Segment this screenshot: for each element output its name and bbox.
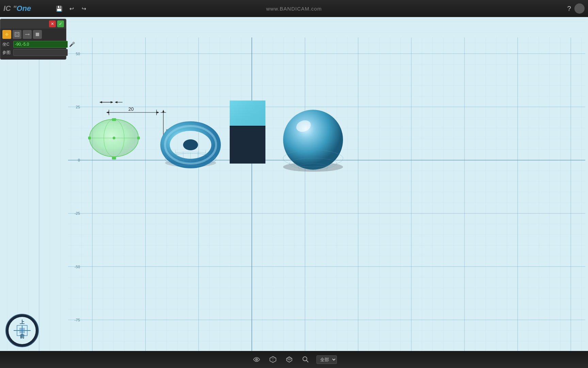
- filter-select-wrap: 全部 实体 曲面 曲线: [316, 355, 337, 364]
- coord-field: 坐C 🎤: [0, 40, 66, 48]
- shape-button[interactable]: [284, 354, 295, 365]
- svg-marker-31: [115, 101, 117, 103]
- svg-point-48: [283, 110, 343, 170]
- panel-tool-1[interactable]: [2, 30, 11, 39]
- coord-input[interactable]: [13, 41, 68, 48]
- sphere-object[interactable]: [279, 104, 347, 175]
- svg-rect-2: [15, 32, 19, 36]
- ref-input[interactable]: [13, 49, 68, 56]
- svg-marker-29: [111, 101, 113, 103]
- objects-container: 20 20: [0, 17, 588, 368]
- panel-ok-button[interactable]: ✓: [57, 20, 64, 27]
- panel-tool-3[interactable]: [23, 30, 32, 39]
- filter-select[interactable]: 全部 实体 曲面 曲线: [316, 355, 337, 364]
- search-button[interactable]: [300, 354, 311, 365]
- ref-field: 参图: [0, 48, 66, 57]
- ref-label: 参图: [2, 50, 12, 56]
- svg-marker-28: [99, 101, 102, 103]
- panel-toolbar: [0, 29, 66, 40]
- svg-rect-13: [88, 137, 91, 139]
- input-panel: ✕ ✓: [0, 19, 66, 60]
- svg-rect-3: [16, 33, 18, 35]
- svg-line-71: [307, 361, 309, 363]
- mic-icon: 🎤: [69, 42, 75, 47]
- coord-label: 坐C: [2, 42, 12, 47]
- cube-button[interactable]: [267, 354, 278, 365]
- svg-marker-17: [157, 111, 159, 113]
- torus-object[interactable]: [160, 109, 221, 170]
- panel-tool-2[interactable]: [13, 30, 21, 39]
- svg-rect-65: [19, 328, 25, 333]
- svg-marker-5: [29, 33, 30, 35]
- svg-rect-45: [230, 101, 265, 126]
- view-widget[interactable]: 上 前: [5, 313, 39, 348]
- user-avatar[interactable]: [574, 3, 585, 14]
- viewport[interactable]: 20 20: [0, 17, 588, 368]
- app-name: IC "One: [3, 4, 31, 13]
- toolbar-icons: 💾 ↩ ↪: [54, 4, 88, 13]
- box-object[interactable]: [228, 99, 267, 167]
- svg-point-70: [303, 357, 307, 361]
- help-button[interactable]: ?: [567, 5, 571, 13]
- svg-rect-6: [36, 33, 39, 36]
- titlebar: IC "One 💾 ↩ ↪ www.BANDICAM.com ?: [0, 0, 588, 17]
- svg-rect-44: [230, 126, 265, 164]
- undo-button[interactable]: ↩: [67, 4, 76, 13]
- save-button[interactable]: 💾: [54, 4, 64, 13]
- svg-point-67: [256, 359, 257, 360]
- redo-button[interactable]: ↪: [79, 4, 88, 13]
- bottom-toolbar: 全部 实体 曲面 曲线: [0, 351, 588, 368]
- eye-button[interactable]: [251, 354, 262, 365]
- svg-point-35: [183, 139, 198, 150]
- svg-text:上: 上: [20, 319, 25, 325]
- panel-close-button[interactable]: ✕: [49, 20, 56, 27]
- svg-rect-12: [112, 157, 116, 159]
- svg-text:20: 20: [128, 106, 134, 112]
- svg-marker-16: [106, 111, 109, 113]
- panel-header: ✕ ✓: [0, 19, 66, 29]
- panel-tool-4[interactable]: [33, 30, 42, 39]
- watermark: www.BANDICAM.com: [266, 6, 322, 12]
